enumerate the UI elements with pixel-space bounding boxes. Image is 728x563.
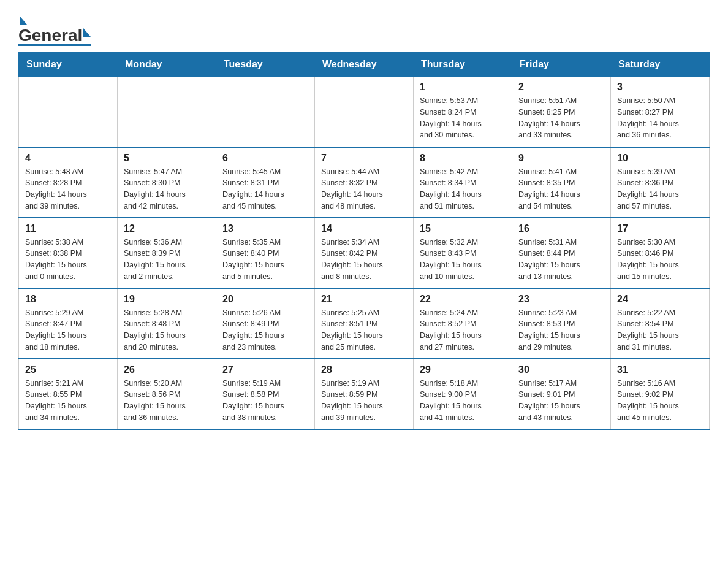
day-number: 19 xyxy=(124,294,210,305)
day-number: 25 xyxy=(25,364,111,375)
day-number: 21 xyxy=(321,294,407,305)
day-number: 26 xyxy=(124,364,210,375)
weekday-header-row: SundayMondayTuesdayWednesdayThursdayFrid… xyxy=(19,53,710,77)
calendar-cell: 5Sunrise: 5:47 AM Sunset: 8:30 PM Daylig… xyxy=(118,147,216,218)
day-info: Sunrise: 5:28 AM Sunset: 8:48 PM Dayligh… xyxy=(124,307,210,353)
day-number: 6 xyxy=(222,153,308,164)
calendar-cell: 28Sunrise: 5:19 AM Sunset: 8:59 PM Dayli… xyxy=(315,359,414,429)
day-number: 18 xyxy=(25,294,111,305)
weekday-header-wednesday: Wednesday xyxy=(315,53,414,77)
calendar-cell xyxy=(315,77,414,147)
day-info: Sunrise: 5:41 AM Sunset: 8:35 PM Dayligh… xyxy=(518,166,604,212)
calendar-cell: 13Sunrise: 5:35 AM Sunset: 8:40 PM Dayli… xyxy=(216,218,315,288)
calendar-cell: 25Sunrise: 5:21 AM Sunset: 8:55 PM Dayli… xyxy=(19,359,118,429)
day-info: Sunrise: 5:20 AM Sunset: 8:56 PM Dayligh… xyxy=(124,378,210,424)
day-info: Sunrise: 5:17 AM Sunset: 9:01 PM Dayligh… xyxy=(518,378,604,424)
day-info: Sunrise: 5:50 AM Sunset: 8:27 PM Dayligh… xyxy=(617,95,703,141)
calendar-cell: 3Sunrise: 5:50 AM Sunset: 8:27 PM Daylig… xyxy=(611,77,710,147)
calendar-cell: 1Sunrise: 5:53 AM Sunset: 8:24 PM Daylig… xyxy=(414,77,512,147)
day-number: 14 xyxy=(321,223,407,234)
day-number: 30 xyxy=(518,364,604,375)
day-number: 9 xyxy=(518,153,604,164)
day-number: 29 xyxy=(420,364,506,375)
weekday-header-sunday: Sunday xyxy=(19,53,118,77)
calendar-cell: 4Sunrise: 5:48 AM Sunset: 8:28 PM Daylig… xyxy=(19,147,118,218)
calendar-cell: 26Sunrise: 5:20 AM Sunset: 8:56 PM Dayli… xyxy=(118,359,216,429)
logo-underline xyxy=(18,44,91,46)
logo-arrow-icon xyxy=(83,28,91,37)
week-row-4: 18Sunrise: 5:29 AM Sunset: 8:47 PM Dayli… xyxy=(19,288,710,359)
weekday-header-monday: Monday xyxy=(118,53,216,77)
day-info: Sunrise: 5:24 AM Sunset: 8:52 PM Dayligh… xyxy=(420,307,506,353)
calendar-cell: 9Sunrise: 5:41 AM Sunset: 8:35 PM Daylig… xyxy=(512,147,611,218)
weekday-header-thursday: Thursday xyxy=(414,53,512,77)
calendar-cell: 24Sunrise: 5:22 AM Sunset: 8:54 PM Dayli… xyxy=(611,288,710,359)
calendar-cell: 29Sunrise: 5:18 AM Sunset: 9:00 PM Dayli… xyxy=(414,359,512,429)
calendar-cell: 8Sunrise: 5:42 AM Sunset: 8:34 PM Daylig… xyxy=(414,147,512,218)
week-row-3: 11Sunrise: 5:38 AM Sunset: 8:38 PM Dayli… xyxy=(19,218,710,288)
calendar-cell: 23Sunrise: 5:23 AM Sunset: 8:53 PM Dayli… xyxy=(512,288,611,359)
calendar-cell: 17Sunrise: 5:30 AM Sunset: 8:46 PM Dayli… xyxy=(611,218,710,288)
day-info: Sunrise: 5:21 AM Sunset: 8:55 PM Dayligh… xyxy=(25,378,111,424)
day-number: 15 xyxy=(420,223,506,234)
day-info: Sunrise: 5:25 AM Sunset: 8:51 PM Dayligh… xyxy=(321,307,407,353)
calendar-cell: 11Sunrise: 5:38 AM Sunset: 8:38 PM Dayli… xyxy=(19,218,118,288)
calendar-cell: 27Sunrise: 5:19 AM Sunset: 8:58 PM Dayli… xyxy=(216,359,315,429)
calendar-cell: 6Sunrise: 5:45 AM Sunset: 8:31 PM Daylig… xyxy=(216,147,315,218)
day-info: Sunrise: 5:30 AM Sunset: 8:46 PM Dayligh… xyxy=(617,237,703,283)
day-info: Sunrise: 5:23 AM Sunset: 8:53 PM Dayligh… xyxy=(518,307,604,353)
day-number: 13 xyxy=(222,223,308,234)
page-header: General xyxy=(18,12,710,46)
week-row-5: 25Sunrise: 5:21 AM Sunset: 8:55 PM Dayli… xyxy=(19,359,710,429)
logo: General xyxy=(18,12,91,46)
calendar-cell: 21Sunrise: 5:25 AM Sunset: 8:51 PM Dayli… xyxy=(315,288,414,359)
weekday-header-tuesday: Tuesday xyxy=(216,53,315,77)
calendar-cell: 10Sunrise: 5:39 AM Sunset: 8:36 PM Dayli… xyxy=(611,147,710,218)
day-info: Sunrise: 5:29 AM Sunset: 8:47 PM Dayligh… xyxy=(25,307,111,353)
calendar-cell: 31Sunrise: 5:16 AM Sunset: 9:02 PM Dayli… xyxy=(611,359,710,429)
day-number: 4 xyxy=(25,153,111,164)
day-number: 24 xyxy=(617,294,703,305)
calendar-cell: 15Sunrise: 5:32 AM Sunset: 8:43 PM Dayli… xyxy=(414,218,512,288)
day-number: 11 xyxy=(25,223,111,234)
day-info: Sunrise: 5:53 AM Sunset: 8:24 PM Dayligh… xyxy=(420,95,506,141)
day-info: Sunrise: 5:36 AM Sunset: 8:39 PM Dayligh… xyxy=(124,237,210,283)
day-info: Sunrise: 5:31 AM Sunset: 8:44 PM Dayligh… xyxy=(518,237,604,283)
day-number: 17 xyxy=(617,223,703,234)
day-info: Sunrise: 5:44 AM Sunset: 8:32 PM Dayligh… xyxy=(321,166,407,212)
calendar-cell: 16Sunrise: 5:31 AM Sunset: 8:44 PM Dayli… xyxy=(512,218,611,288)
week-row-2: 4Sunrise: 5:48 AM Sunset: 8:28 PM Daylig… xyxy=(19,147,710,218)
day-info: Sunrise: 5:18 AM Sunset: 9:00 PM Dayligh… xyxy=(420,378,506,424)
day-info: Sunrise: 5:48 AM Sunset: 8:28 PM Dayligh… xyxy=(25,166,111,212)
day-number: 2 xyxy=(518,82,604,93)
calendar-table: SundayMondayTuesdayWednesdayThursdayFrid… xyxy=(18,52,710,430)
day-info: Sunrise: 5:38 AM Sunset: 8:38 PM Dayligh… xyxy=(25,237,111,283)
calendar-cell: 20Sunrise: 5:26 AM Sunset: 8:49 PM Dayli… xyxy=(216,288,315,359)
day-info: Sunrise: 5:39 AM Sunset: 8:36 PM Dayligh… xyxy=(617,166,703,212)
day-number: 3 xyxy=(617,82,703,93)
calendar-cell: 7Sunrise: 5:44 AM Sunset: 8:32 PM Daylig… xyxy=(315,147,414,218)
day-number: 8 xyxy=(420,153,506,164)
logo-general-text2: General xyxy=(18,26,82,45)
day-info: Sunrise: 5:16 AM Sunset: 9:02 PM Dayligh… xyxy=(617,378,703,424)
day-number: 28 xyxy=(321,364,407,375)
calendar-cell: 30Sunrise: 5:17 AM Sunset: 9:01 PM Dayli… xyxy=(512,359,611,429)
calendar-cell: 12Sunrise: 5:36 AM Sunset: 8:39 PM Dayli… xyxy=(118,218,216,288)
day-info: Sunrise: 5:34 AM Sunset: 8:42 PM Dayligh… xyxy=(321,237,407,283)
day-info: Sunrise: 5:45 AM Sunset: 8:31 PM Dayligh… xyxy=(222,166,308,212)
calendar-cell: 19Sunrise: 5:28 AM Sunset: 8:48 PM Dayli… xyxy=(118,288,216,359)
day-info: Sunrise: 5:32 AM Sunset: 8:43 PM Dayligh… xyxy=(420,237,506,283)
day-info: Sunrise: 5:19 AM Sunset: 8:58 PM Dayligh… xyxy=(222,378,308,424)
calendar-cell xyxy=(19,77,118,147)
calendar-cell: 18Sunrise: 5:29 AM Sunset: 8:47 PM Dayli… xyxy=(19,288,118,359)
calendar-cell: 22Sunrise: 5:24 AM Sunset: 8:52 PM Dayli… xyxy=(414,288,512,359)
day-number: 16 xyxy=(518,223,604,234)
calendar-cell: 14Sunrise: 5:34 AM Sunset: 8:42 PM Dayli… xyxy=(315,218,414,288)
weekday-header-friday: Friday xyxy=(512,53,611,77)
day-number: 5 xyxy=(124,153,210,164)
day-number: 12 xyxy=(124,223,210,234)
calendar-cell: 2Sunrise: 5:51 AM Sunset: 8:25 PM Daylig… xyxy=(512,77,611,147)
day-number: 22 xyxy=(420,294,506,305)
day-number: 10 xyxy=(617,153,703,164)
calendar-cell xyxy=(118,77,216,147)
